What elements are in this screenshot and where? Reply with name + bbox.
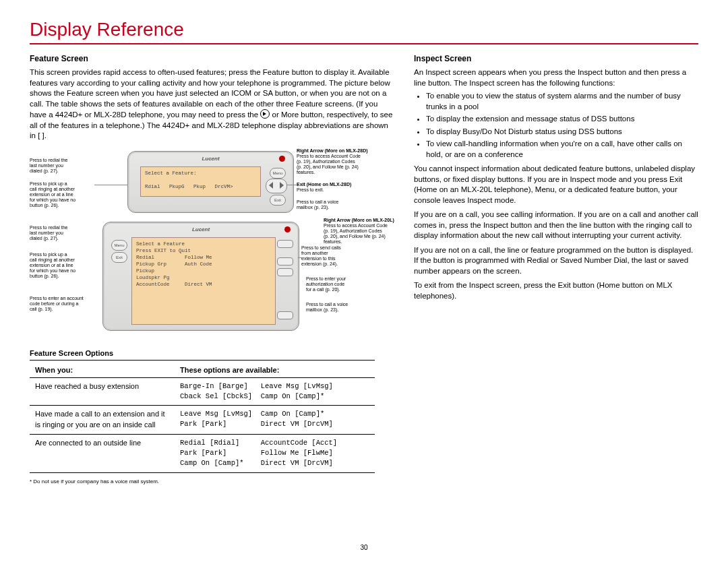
led-indicator (279, 156, 285, 162)
inspect-p1: You cannot inspect information about ded… (414, 164, 698, 206)
exit-button: Exit (111, 252, 127, 263)
right-arrow-icon (260, 109, 270, 119)
device-mlx20l: Lucent Menu Exit Select a Feature Press … (102, 222, 299, 331)
list-item: To display Busy/Do Not Disturb status us… (426, 127, 698, 137)
cell-opts: Barge-In [Barge] Leave Msg [LvMsg] Cback… (175, 377, 375, 405)
inspect-intro: An Inspect screen appears when you press… (414, 67, 698, 88)
callout-r1-bold: Right Arrow (More on MLX-28D) (297, 148, 368, 153)
callout-r2-bold: Exit (Home on MLX-28D) (297, 182, 351, 187)
callout-send-calls: Press to send calls from another extensi… (301, 245, 362, 267)
dpad-arrows (266, 179, 287, 193)
feature-screen-heading: Feature Screen (30, 54, 394, 63)
menu-button: Menu (270, 168, 286, 179)
list-item: To enable you to view the status of syst… (426, 91, 698, 112)
page-title: Display Reference (30, 19, 698, 44)
list-item: To display the extension and message sta… (426, 114, 698, 125)
side-button (277, 311, 293, 319)
callout-pickup-top: Press to pick up a call ringing at anoth… (30, 181, 94, 208)
callout-voicemail-bot: Press to call a voice mailbox (p. 23). (306, 302, 373, 313)
table-footnote: * Do not use if your company has a voice… (30, 478, 375, 485)
inspect-p2: If you are on a call, you see calling in… (414, 210, 698, 241)
brand-label: Lucent (202, 156, 219, 162)
page-number: 30 (0, 544, 728, 551)
inspect-p4: To exit from the Inspect screen, press t… (414, 280, 698, 301)
table-row: Are connected to an outside line Redial … (30, 434, 375, 472)
table-col-when: When you: (30, 363, 175, 378)
callout-exit-28d: Exit (Home on MLX-28D) Press to exit. (297, 182, 391, 193)
feature-options-table: Feature Screen Options When you: These o… (30, 349, 375, 485)
callout-voicemail-top: Press to call a voice mailbox (p. 23). (297, 199, 391, 210)
callout-redial-top: Press to redial the last number you dial… (30, 158, 94, 174)
table-col-options: These options are available: (175, 363, 375, 378)
callout-account-code: Press to enter an account code before or… (30, 296, 100, 312)
cell-when: Have made a call to an extension and it … (30, 406, 175, 435)
feature-screen-figure: Press to redial the last number you dial… (30, 151, 394, 333)
cell-when: Are connected to an outside line (30, 434, 175, 472)
lcd-screen-bot: Select a Feature Press EXIT to Quit Redi… (131, 237, 276, 325)
inspect-screen-heading: Inspect Screen (414, 54, 698, 63)
callout-auth-code: Press to enter your authorization code f… (306, 276, 373, 292)
callout-right-arrow-28d: Right Arrow (More on MLX-28D) Press to a… (297, 148, 391, 175)
cell-opts: Redial [Rdial] AccountCode [Acct] Park [… (175, 434, 375, 472)
exit-button: Exit (270, 195, 286, 206)
lcd-screen-top: Select a Feature: Rdial PkupG Pkup DrcVM… (140, 166, 261, 197)
callout-r4-body: Press to access Account Code (p. 19), Au… (324, 223, 388, 244)
led-indicator (284, 226, 291, 232)
inspect-p3: If you are not on a call, the line or fe… (414, 245, 698, 277)
table-title: Feature Screen Options (30, 349, 375, 361)
side-button (277, 257, 293, 266)
callout-right-arrow-20l: Right Arrow (More on MLX-20L) Press to a… (324, 218, 418, 245)
callout-r1-body: Press to access Account Code (p. 19), Au… (297, 154, 361, 175)
cell-opts: Leave Msg [LvMsg] Camp On [Camp]* Park [… (175, 406, 375, 435)
cell-when: Have reached a busy extension (30, 377, 175, 405)
side-button (277, 240, 293, 248)
leader-line (298, 257, 305, 258)
side-button (277, 268, 293, 276)
leader-line (287, 185, 297, 185)
inspect-bullet-list: To enable you to view the status of syst… (414, 91, 698, 160)
callout-pickup-bot: Press to pick up a call ringing at anoth… (30, 252, 94, 279)
table-row: Have reached a busy extension Barge-In [… (30, 377, 375, 405)
list-item: To view call-handling information when y… (426, 139, 698, 160)
brand-label: Lucent (192, 226, 210, 232)
device-mlx28d: Lucent Select a Feature: Rdial PkupG Pku… (127, 151, 294, 213)
callout-redial-bot: Press to redial the last number you dial… (30, 225, 94, 241)
callout-r2-body: Press to exit. (297, 187, 324, 192)
table-row: Have made a call to an extension and it … (30, 406, 375, 435)
menu-button: Menu (111, 240, 127, 251)
callout-r4-bold: Right Arrow (More on MLX-20L) (324, 218, 394, 222)
feature-screen-text: This screen provides rapid access to oft… (30, 67, 394, 142)
